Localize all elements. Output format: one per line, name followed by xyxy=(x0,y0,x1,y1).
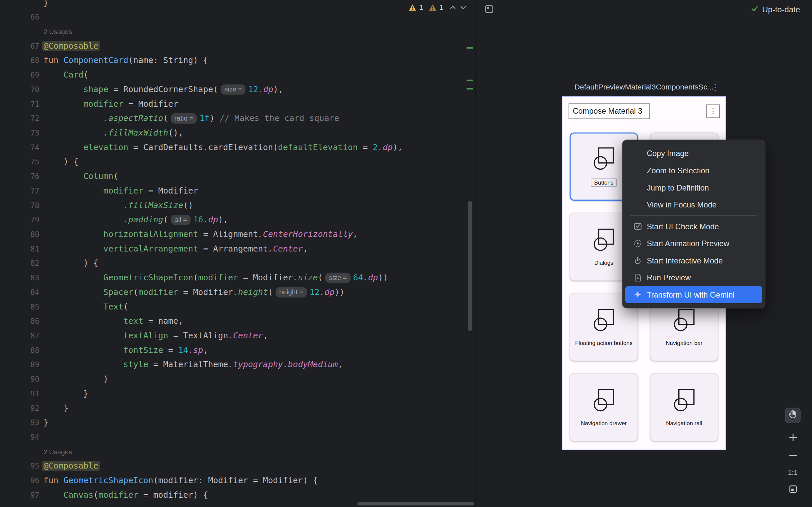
geometric-shape-icon xyxy=(592,146,616,172)
card-label: Navigation rail xyxy=(664,420,704,427)
code-line[interactable]: 77 modifier = Modifier xyxy=(0,183,468,198)
zoom-to-fit-button[interactable] xyxy=(785,484,801,493)
code-line[interactable]: 67@Composable xyxy=(0,39,468,53)
code-line[interactable]: 72 .aspectRatio(ratio =1f) // Makes the … xyxy=(0,111,468,126)
code-text xyxy=(40,430,44,444)
code-line[interactable]: 2 Usages xyxy=(0,444,468,459)
code-text: Text( xyxy=(40,299,129,314)
line-number: 88 xyxy=(0,343,40,357)
zoom-in-button[interactable] xyxy=(785,433,801,442)
sync-status: Up-to-date xyxy=(751,5,800,14)
line-number: 84 xyxy=(0,285,40,299)
code-text: Card( xyxy=(40,68,89,82)
code-line[interactable]: 85 Text( xyxy=(0,299,468,314)
line-number: 68 xyxy=(0,53,40,68)
code-line[interactable]: 79 .padding(all =16.dp), xyxy=(0,213,468,227)
code-line[interactable]: 83 GeometricShapeIcon(modifier = Modifie… xyxy=(0,271,468,285)
pan-button[interactable] xyxy=(785,408,801,423)
code-line[interactable]: 69 Card( xyxy=(0,68,468,82)
code-line[interactable]: 92 } xyxy=(0,401,468,415)
code-line[interactable]: 68fun ComponentCard(name: String) { xyxy=(0,53,468,68)
zoom-out-button[interactable] xyxy=(785,451,801,460)
parameter-name-hint: size = xyxy=(325,273,350,283)
code-text: GeometricShapeIcon(modifier = Modifier.s… xyxy=(40,271,388,285)
menu-item-zoom-to-selection[interactable]: Zoom to Selection xyxy=(625,162,762,179)
menu-item-label: Zoom to Selection xyxy=(647,166,710,175)
code-text: ) { xyxy=(40,256,99,271)
parameter-name-hint: ratio = xyxy=(171,113,197,124)
usages-inlay-hint[interactable]: 2 Usages xyxy=(40,24,72,39)
code-line[interactable]: 87 textAlign = TextAlign.Center, xyxy=(0,328,468,343)
usages-inlay-hint[interactable]: 2 Usages xyxy=(40,444,72,459)
interactive-mode-icon xyxy=(633,256,642,265)
zoom-actual-size-button[interactable]: 1:1 xyxy=(785,467,801,477)
line-number: 71 xyxy=(0,97,40,111)
code-line[interactable]: 88 fontSize = 14.sp, xyxy=(0,343,468,357)
code-line[interactable]: 94 xyxy=(0,430,468,444)
card-label: Floating action buttons xyxy=(573,340,634,346)
code-line[interactable]: 82 ) { xyxy=(0,256,468,271)
code-editor[interactable]: }662 Usages67@Composable68fun ComponentC… xyxy=(0,0,475,507)
code-line[interactable]: 96fun GeometricShapeIcon(modifier: Modif… xyxy=(0,473,468,488)
line-number: 77 xyxy=(0,183,40,198)
code-line[interactable]: 66 xyxy=(0,10,468,24)
parameter-name-hint: all = xyxy=(171,215,191,225)
code-line[interactable]: 76 Column( xyxy=(0,169,468,184)
line-number: 96 xyxy=(0,473,40,488)
code-line[interactable]: 93} xyxy=(0,415,468,430)
code-text: } xyxy=(40,0,49,10)
code-line[interactable]: 80 horizontalAlignment = Alignment.Cente… xyxy=(0,227,468,241)
weak-warning-count: 1 xyxy=(439,3,443,11)
menu-item-start-ui-check-mode[interactable]: Start UI Check Mode xyxy=(625,218,762,235)
code-line[interactable]: 78 .fillMaxSize() xyxy=(0,198,468,213)
code-line[interactable]: 71 modifier = Modifier xyxy=(0,97,468,111)
menu-item-view-in-focus-mode[interactable]: View in Focus Mode xyxy=(625,196,762,213)
code-text: } xyxy=(40,401,69,415)
component-card-navigation-drawer[interactable]: Navigation drawer xyxy=(569,373,638,441)
preview-layout-icon[interactable] xyxy=(484,4,494,16)
code-line[interactable]: 86 text = name, xyxy=(0,314,468,329)
inspections-widget[interactable]: 1 1 xyxy=(409,2,467,12)
menu-item-label: Run Preview xyxy=(647,273,691,282)
menu-item-jump-to-definition[interactable]: Jump to Definition xyxy=(625,179,762,196)
menu-item-run-preview[interactable]: Run Preview xyxy=(625,269,762,286)
menu-item-start-interactive-mode[interactable]: Start Interactive Mode xyxy=(625,252,762,269)
code-text: horizontalAlignment = Alignment.CenterHo… xyxy=(40,227,358,241)
code-line[interactable]: } xyxy=(0,0,468,10)
menu-item-label: Start Interactive Mode xyxy=(647,256,723,265)
geometric-shape-icon xyxy=(672,307,696,333)
code-text: modifier = Modifier xyxy=(40,97,179,111)
code-line[interactable]: 70 shape = RoundedCornerShape(size =12.d… xyxy=(0,82,468,97)
code-line[interactable]: 97 Canvas(modifier = modifier) { xyxy=(0,488,468,502)
horizontal-scrollbar[interactable] xyxy=(357,502,474,505)
prev-issue-chevron-up-icon[interactable] xyxy=(449,3,457,11)
code-line[interactable]: 74 elevation = CardDefaults.cardElevatio… xyxy=(0,140,468,155)
line-number: 85 xyxy=(0,299,40,314)
card-label: Navigation bar xyxy=(664,340,704,346)
component-card-navigation-rail[interactable]: Navigation rail xyxy=(650,373,718,441)
code-line[interactable]: 90 ) xyxy=(0,372,468,387)
vcs-change-marker xyxy=(467,47,473,49)
menu-item-transform-ui-with-gemini[interactable]: Transform UI with Gemini xyxy=(625,286,762,303)
code-line[interactable]: 2 Usages xyxy=(0,24,468,39)
code-line[interactable]: 89 style = MaterialTheme.typography.body… xyxy=(0,357,468,372)
app-kebab-menu-icon[interactable]: ⋮ xyxy=(706,104,720,118)
code-line[interactable]: 95@Composable xyxy=(0,459,468,473)
code-line[interactable]: 81 verticalArrangement = Arrangement.Cen… xyxy=(0,241,468,256)
code-text: @Composable xyxy=(40,459,99,473)
menu-item-start-animation-preview[interactable]: Start Animation Preview xyxy=(625,235,762,252)
code-text: shape = RoundedCornerShape(size =12.dp), xyxy=(40,82,283,97)
code-line[interactable]: 75 ) { xyxy=(0,155,468,169)
code-line[interactable]: 91 } xyxy=(0,386,468,401)
menu-item-copy-image[interactable]: Copy Image xyxy=(625,145,762,162)
geometric-shape-icon xyxy=(672,388,696,413)
line-number: 76 xyxy=(0,169,40,184)
next-issue-chevron-down-icon[interactable] xyxy=(459,3,467,11)
code-line[interactable]: 73 .fillMaxWidth(), xyxy=(0,126,468,140)
line-number: 78 xyxy=(0,198,40,213)
app-title: Compose Material 3 xyxy=(568,103,650,119)
code-line[interactable]: 84 Spacer(modifier = Modifier.height(hei… xyxy=(0,285,468,299)
vertical-scrollbar[interactable] xyxy=(468,201,472,331)
preview-overflow-icon[interactable]: ⋮ xyxy=(711,82,720,93)
android-studio-window: }662 Usages67@Composable68fun ComponentC… xyxy=(0,0,812,507)
